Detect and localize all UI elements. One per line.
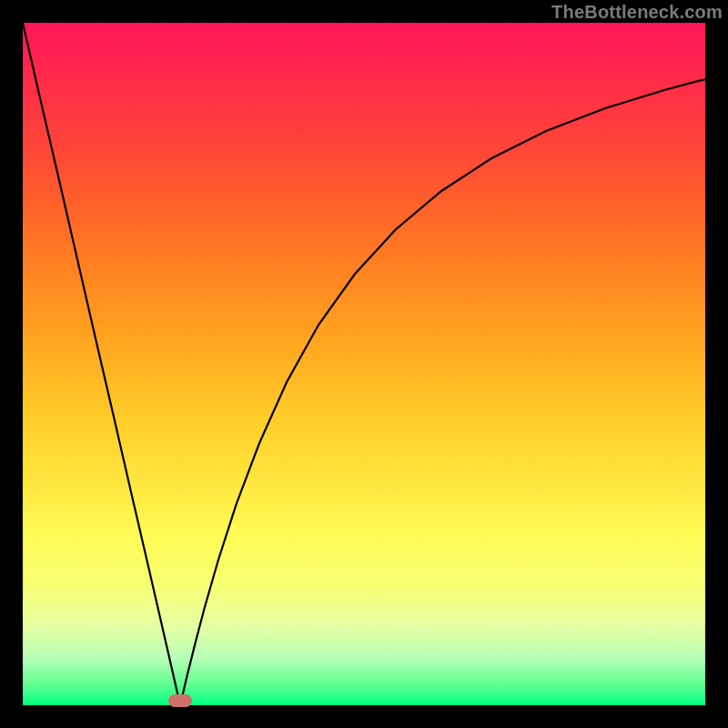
- optimal-marker: [168, 694, 192, 707]
- bottleneck-curve: [23, 23, 705, 705]
- watermark-text: TheBottleneck.com: [551, 2, 723, 23]
- curve-svg: [23, 23, 705, 705]
